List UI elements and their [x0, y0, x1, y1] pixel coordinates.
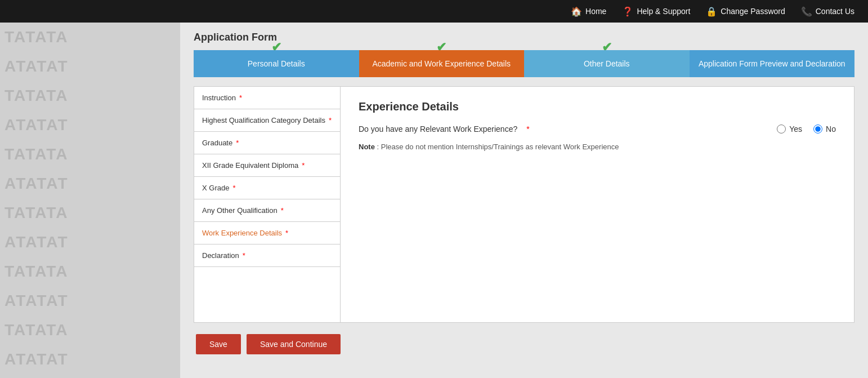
- nav-change-password[interactable]: 🔒 Change Password: [706, 6, 785, 17]
- watermark-sidebar: TATATA ATATAT TATATA ATATAT TATATA ATATA…: [0, 23, 180, 378]
- app-form-title: Application Form: [194, 32, 854, 43]
- required-star: *: [329, 116, 332, 124]
- work-experience-question-label: Do you have any Relevant Work Experience…: [359, 124, 517, 134]
- step-academic-work[interactable]: ✔ Academic and Work Experience Details: [359, 50, 525, 77]
- sidebar-item-declaration[interactable]: Declaration *: [194, 244, 340, 267]
- save-continue-button[interactable]: Save and Continue: [247, 334, 341, 354]
- required-star: *: [285, 229, 288, 237]
- top-nav: 🏠 Home ❓ Help & Support 🔒 Change Passwor…: [0, 0, 868, 23]
- sidebar-item-work-experience[interactable]: Work Experience Details *: [194, 222, 340, 244]
- radio-yes[interactable]: [777, 124, 786, 134]
- required-star: *: [232, 184, 235, 192]
- radio-no-text: No: [826, 124, 836, 134]
- help-icon: ❓: [622, 6, 633, 17]
- required-star: *: [281, 206, 284, 215]
- radio-yes-text: Yes: [789, 124, 802, 134]
- note-text: Note : Please do not mention Internships…: [359, 143, 836, 151]
- form-sidebar: Instruction * Highest Qualification Cate…: [194, 87, 341, 322]
- home-icon: 🏠: [571, 6, 582, 17]
- sidebar-item-xii-grade[interactable]: XII Grade Equivalent Diploma *: [194, 154, 340, 177]
- contact-label: Contact Us: [816, 7, 854, 16]
- button-row: Save Save and Continue: [194, 334, 854, 354]
- nav-help[interactable]: ❓ Help & Support: [622, 6, 690, 17]
- radio-no[interactable]: [813, 124, 822, 134]
- radio-yes-label[interactable]: Yes: [777, 124, 802, 134]
- check-academic: ✔: [436, 40, 446, 55]
- check-personal: ✔: [271, 40, 281, 55]
- work-experience-question-row: Do you have any Relevant Work Experience…: [359, 124, 836, 134]
- form-section: Instruction * Highest Qualification Cate…: [194, 86, 854, 323]
- phone-icon: 📞: [801, 6, 812, 17]
- sidebar-item-graduate[interactable]: Graduate *: [194, 132, 340, 154]
- save-button[interactable]: Save: [196, 334, 241, 354]
- required-star: *: [243, 251, 245, 260]
- sidebar-item-x-grade[interactable]: X Grade *: [194, 177, 340, 199]
- work-experience-radio-group: Yes No: [777, 124, 836, 134]
- nav-contact[interactable]: 📞 Contact Us: [801, 6, 854, 17]
- form-content: Experience Details Do you have any Relev…: [341, 87, 854, 322]
- nav-home[interactable]: 🏠 Home: [571, 6, 606, 17]
- required-star: *: [236, 139, 239, 147]
- required-star: *: [302, 161, 305, 170]
- sidebar-item-other-qual[interactable]: Any Other Qualification *: [194, 199, 340, 222]
- step-personal-details[interactable]: ✔ Personal Details: [194, 50, 359, 77]
- note-label: Note: [359, 143, 375, 151]
- section-title: Experience Details: [359, 100, 836, 113]
- sidebar-item-instruction[interactable]: Instruction *: [194, 87, 340, 109]
- home-label: Home: [585, 7, 606, 16]
- change-password-label: Change Password: [721, 7, 785, 16]
- check-other: ✔: [602, 40, 612, 55]
- sidebar-item-hq-category[interactable]: Highest Qualification Category Details *: [194, 109, 340, 132]
- radio-no-label[interactable]: No: [813, 124, 836, 134]
- required-star: *: [239, 94, 242, 102]
- step-other-details[interactable]: ✔ Other Details: [524, 50, 690, 77]
- steps-row: ✔ Personal Details ✔ Academic and Work E…: [194, 50, 854, 77]
- question-required: *: [526, 124, 529, 134]
- lock-icon: 🔒: [706, 6, 717, 17]
- step-preview-declaration[interactable]: Application Form Preview and Declaration: [690, 50, 855, 77]
- note-content: : Please do not mention Internships/Trai…: [377, 143, 619, 151]
- help-label: Help & Support: [637, 7, 690, 16]
